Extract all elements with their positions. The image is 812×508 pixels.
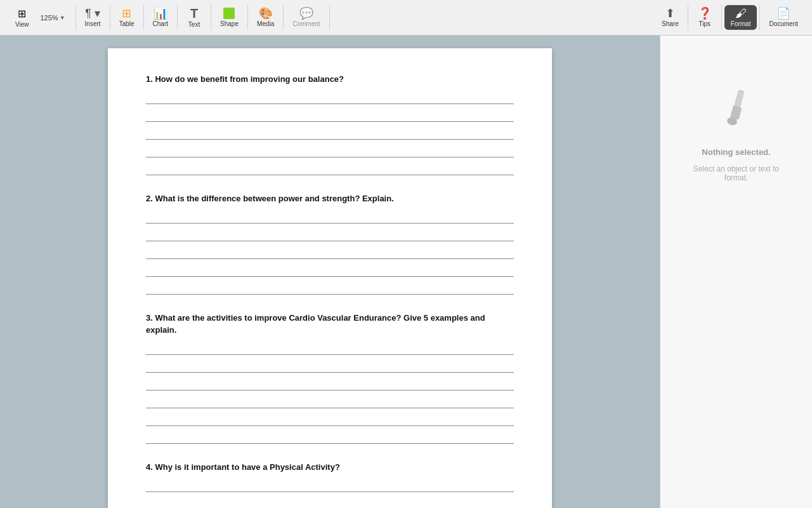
media-button[interactable]: 🎨 Media	[251, 5, 280, 30]
media-icon: 🎨	[259, 8, 273, 19]
text-group: T Text	[178, 4, 211, 30]
answer-line	[146, 95, 514, 104]
share-button[interactable]: ⬆ Share	[655, 5, 685, 30]
chart-button[interactable]: 📊 Chart	[147, 5, 174, 30]
shape-group: Shape	[211, 5, 248, 30]
question-1-text: 1. How do we benefit from improving our …	[146, 74, 514, 85]
answer-line	[146, 131, 514, 140]
canvas-area[interactable]: 1. How do we benefit from improving our …	[0, 36, 660, 508]
media-label: Media	[257, 20, 274, 27]
answer-line	[146, 435, 514, 444]
question-2: 2. What is the difference between power …	[146, 193, 514, 295]
shape-icon	[223, 8, 235, 19]
share-icon: ⬆	[665, 8, 675, 19]
right-sidebar: Nothing selected. Select an object or te…	[660, 36, 812, 508]
table-group: ⊞ Table	[110, 5, 144, 30]
nothing-selected-text: Nothing selected.	[702, 147, 770, 157]
page: 1. How do we benefit from improving our …	[108, 48, 552, 508]
question-4-text: 4. Why is it important to have a Physica…	[146, 462, 514, 473]
share-group: ⬆ Share	[653, 5, 688, 30]
text-icon: T	[190, 7, 198, 20]
answer-line	[146, 364, 514, 373]
answer-line	[146, 113, 514, 122]
answer-line	[146, 166, 514, 175]
format-label: Format	[731, 20, 751, 27]
view-icon: ⊞	[18, 8, 26, 20]
question-2-text: 2. What is the difference between power …	[146, 193, 514, 204]
document-icon: 📄	[776, 8, 790, 19]
chart-group: 📊 Chart	[144, 5, 178, 30]
comment-button[interactable]: 💬 Comment	[286, 5, 326, 30]
answer-line	[146, 382, 514, 391]
answer-line	[146, 250, 514, 259]
answer-line	[146, 215, 514, 224]
shape-button[interactable]: Shape	[214, 5, 245, 30]
view-button[interactable]: ⊞ View	[10, 5, 34, 30]
question-4: 4. Why is it important to have a Physica…	[146, 462, 514, 508]
format-panel: Nothing selected. Select an object or te…	[686, 86, 787, 182]
answer-line	[146, 232, 514, 241]
table-icon: ⊞	[122, 8, 131, 19]
answer-line	[146, 346, 514, 355]
answer-line	[146, 149, 514, 157]
shape-label: Shape	[220, 20, 239, 27]
document-group: 📄 Document	[760, 5, 807, 30]
view-label: View	[15, 21, 29, 28]
question-1: 1. How do we benefit from improving our …	[146, 74, 514, 175]
format-button[interactable]: 🖌 Format	[724, 5, 757, 30]
toolbar: ⊞ View 125% ▼ ¶ ▾ Insert ⊞ Table 📊 Chart…	[0, 0, 812, 36]
answer-line	[146, 501, 514, 508]
comment-group: 💬 Comment	[284, 5, 329, 30]
question-4-lines	[146, 483, 514, 508]
answer-line	[146, 399, 514, 408]
text-label: Text	[188, 21, 200, 28]
insert-button[interactable]: ¶ ▾ Insert	[79, 5, 107, 30]
zoom-label: 125%	[41, 14, 58, 22]
question-3-text: 3. What are the activities to improve Ca…	[146, 312, 514, 335]
question-1-lines	[146, 95, 514, 175]
share-label: Share	[662, 20, 679, 27]
question-2-lines	[146, 215, 514, 295]
document-label: Document	[769, 20, 798, 27]
insert-group: ¶ ▾ Insert	[76, 5, 110, 30]
zoom-button[interactable]: 125% ▼	[36, 11, 70, 24]
format-icon: 🖌	[735, 8, 747, 19]
media-group: 🎨 Media	[248, 5, 284, 30]
table-button[interactable]: ⊞ Table	[113, 5, 141, 30]
answer-line	[146, 417, 514, 426]
insert-label: Insert	[85, 20, 101, 27]
format-group: 🖌 Format	[722, 5, 761, 30]
answer-line	[146, 286, 514, 295]
format-brush-icon	[714, 86, 759, 140]
table-label: Table	[119, 20, 134, 27]
question-3: 3. What are the activities to improve Ca…	[146, 312, 514, 443]
chart-icon: 📊	[154, 8, 167, 19]
tips-button[interactable]: ❓ Tips	[691, 5, 719, 30]
insert-icon: ¶ ▾	[85, 8, 100, 19]
zoom-chevron-icon: ▼	[60, 15, 65, 21]
format-hint-text: Select an object or text to format.	[686, 164, 787, 182]
comment-label: Comment	[292, 20, 320, 27]
tips-label: Tips	[698, 20, 710, 27]
text-button[interactable]: T Text	[180, 4, 208, 30]
main-area: 1. How do we benefit from improving our …	[0, 36, 812, 508]
view-zoom-group: ⊞ View 125% ▼	[5, 5, 76, 30]
answer-line	[146, 483, 514, 492]
chart-label: Chart	[153, 20, 168, 27]
answer-line	[146, 268, 514, 277]
comment-icon: 💬	[299, 8, 313, 19]
tips-group: ❓ Tips	[688, 5, 722, 30]
document-button[interactable]: 📄 Document	[763, 5, 804, 30]
question-3-lines	[146, 346, 514, 444]
tips-icon: ❓	[698, 8, 712, 19]
